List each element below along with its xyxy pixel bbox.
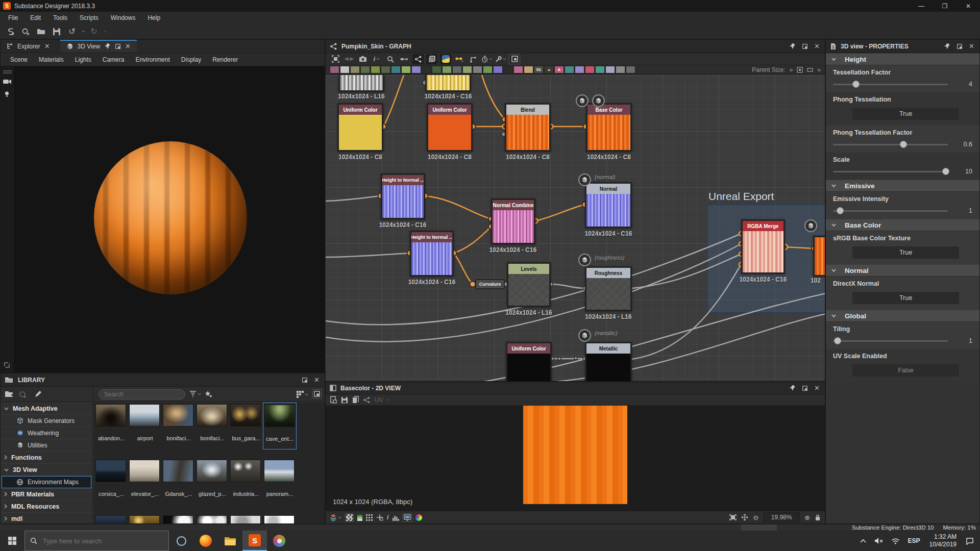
basecolor-texture-image[interactable] — [523, 406, 627, 504]
save-view-icon[interactable] — [341, 396, 348, 404]
menu-tools[interactable]: Tools — [47, 12, 74, 24]
2d-dock-icon[interactable] — [802, 385, 808, 391]
phong-tessellation-factor-slider[interactable] — [833, 144, 948, 145]
color-app-icon[interactable] — [267, 531, 291, 551]
graph-close-icon[interactable]: ✕ — [814, 42, 820, 50]
menu-display[interactable]: Display — [176, 56, 207, 63]
language-indicator[interactable]: ESP — [904, 531, 924, 551]
library-dock-icon[interactable] — [302, 377, 308, 383]
node-grayscale-input[interactable] — [338, 75, 384, 92]
node-partial-right[interactable] — [813, 236, 825, 277]
tiling-slider[interactable] — [833, 340, 948, 342]
uv-dropdown[interactable]: UV — [375, 396, 389, 404]
menu-materials[interactable]: Materials — [33, 56, 69, 63]
tree-item-mdl-resources[interactable]: MDL Resources — [1, 500, 92, 513]
menu-renderer[interactable]: Renderer — [207, 56, 243, 63]
thumb-glazed-patio[interactable]: glazed_p... — [195, 458, 229, 505]
firefox-icon[interactable] — [193, 531, 218, 551]
size-icon-1[interactable] — [797, 67, 803, 73]
grid-view-icon[interactable] — [297, 391, 308, 398]
menu-edit[interactable]: Edit — [24, 12, 47, 24]
node-yellow-input[interactable] — [425, 75, 471, 92]
graph-pin-icon[interactable] — [789, 43, 796, 49]
open-icon[interactable] — [35, 26, 48, 38]
zoom-in-button[interactable]: ⊕ — [804, 514, 810, 521]
linked-graph-icon[interactable] — [363, 396, 371, 404]
tray-chevron-icon[interactable] — [856, 531, 870, 551]
lock-zoom-icon[interactable] — [815, 514, 821, 521]
node-levels[interactable]: Levels — [507, 262, 551, 307]
tree-item-mesh-adaptive[interactable]: Mesh Adaptive — [1, 403, 92, 415]
2d-view-canvas[interactable]: 1024 x 1024 (RGBA, 8bpc) — [326, 406, 825, 511]
palette-node-icon[interactable] — [340, 66, 350, 73]
node-height-to-normal-2[interactable]: Height to Normal ... — [410, 231, 454, 277]
substance-designer-taskbar-icon[interactable]: S — [242, 531, 267, 551]
dock-icon[interactable] — [115, 43, 121, 49]
tab-3d-view-close-icon[interactable]: ✕ — [125, 42, 131, 50]
wrench-icon[interactable] — [495, 54, 506, 64]
taskbar-search-input[interactable] — [42, 537, 154, 545]
tile-grid-icon[interactable] — [366, 514, 373, 521]
redo-icon[interactable]: ↻ — [87, 26, 101, 38]
node-normal-combine[interactable]: Normal Combine — [491, 198, 535, 244]
tree-item-weathering[interactable]: Weathering — [1, 427, 92, 439]
palette-node-icon[interactable] — [371, 66, 380, 73]
taskbar-clock[interactable]: 1:32 AM 10/4/2019 — [924, 533, 962, 548]
thumb-partial-4[interactable] — [195, 514, 229, 523]
viewport-bottom-icon[interactable] — [4, 362, 10, 368]
layers-icon[interactable] — [426, 54, 437, 64]
link-nodes-icon[interactable] — [399, 54, 410, 64]
node-uniform-color-orange[interactable]: Uniform Color — [427, 103, 473, 152]
gradient-icon[interactable] — [357, 514, 362, 521]
node-uniform-color-black[interactable]: Uniform Color — [506, 342, 552, 381]
palette-node-icon[interactable] — [432, 66, 442, 73]
phong-tessellation-toggle[interactable]: True — [852, 108, 959, 120]
thumb-elevator[interactable]: elevator_... — [128, 458, 162, 505]
dependency-link-icon[interactable] — [454, 54, 465, 64]
srgb-base-color-toggle[interactable]: True — [852, 246, 959, 259]
library-search-input[interactable] — [99, 389, 185, 399]
tessellation-factor-slider[interactable] — [833, 84, 948, 85]
palette-node-icon[interactable] — [401, 66, 411, 73]
palette-node-icon[interactable] — [565, 66, 574, 73]
output-cube-icon[interactable] — [804, 219, 817, 232]
thumb-gdansk[interactable]: Gdansk_... — [162, 458, 195, 505]
tree-item-mdl[interactable]: mdl — [1, 513, 92, 525]
menu-environment[interactable]: Environment — [130, 56, 175, 63]
menu-scripts[interactable]: Scripts — [74, 12, 105, 24]
menu-file[interactable]: File — [2, 12, 24, 24]
pan-icon[interactable] — [741, 514, 748, 521]
expand-chevrons[interactable]: » — [790, 66, 793, 73]
tree-item-3d-view[interactable]: 3D View — [1, 464, 92, 476]
fit-frame-icon[interactable] — [729, 514, 737, 520]
section-base-color[interactable]: Base Color — [826, 219, 979, 231]
menu-lights[interactable]: Lights — [69, 56, 97, 63]
tree-item-environment-maps[interactable]: Environment Maps — [2, 476, 91, 488]
zoom-out-button[interactable]: ⊖ — [753, 514, 758, 521]
node-base-color-output[interactable]: Base Color — [586, 103, 632, 152]
grip-handle[interactable] — [3, 70, 12, 73]
node-rgba-merge[interactable]: RGBA Merge — [741, 219, 785, 274]
thumb-panorama[interactable]: panoram... — [263, 458, 297, 505]
palette-node-icon[interactable] — [381, 66, 390, 73]
node-roughness-output[interactable]: Roughness — [585, 266, 632, 311]
new-substance-icon[interactable] — [4, 26, 17, 38]
tab-explorer-close-icon[interactable]: ✕ — [44, 42, 50, 50]
output-cube-icon[interactable] — [578, 173, 591, 186]
display-monitor-icon[interactable] — [403, 513, 412, 522]
output-cube-icon[interactable] — [576, 94, 589, 107]
section-normal[interactable]: Normal — [826, 264, 979, 277]
tree-item-utilities[interactable]: Utilities — [1, 439, 92, 452]
palette-node-icon[interactable] — [616, 66, 625, 73]
palette-node-icon[interactable] — [493, 66, 503, 73]
favorite-add-icon[interactable] — [205, 390, 213, 398]
graph-canvas[interactable]: Unreal Export — [326, 75, 825, 381]
color-wheel-icon[interactable] — [415, 514, 422, 521]
palette-node-icon[interactable] — [360, 66, 370, 73]
save-icon[interactable] — [50, 26, 63, 38]
detail-view-icon[interactable] — [312, 389, 322, 398]
menu-camera[interactable]: Camera — [97, 56, 130, 63]
palette-node-icon[interactable] — [452, 66, 462, 73]
palette-node-icon[interactable] — [575, 66, 584, 73]
connector-icon[interactable] — [468, 54, 479, 64]
